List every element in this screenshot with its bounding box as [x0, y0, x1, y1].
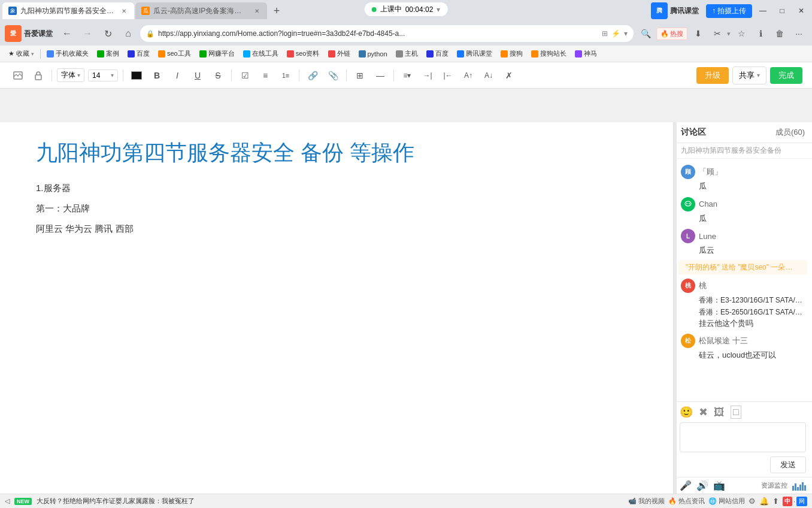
attachment-button[interactable]: 📎: [325, 67, 341, 84]
bookmark-sogou[interactable]: 搜狗: [497, 48, 526, 59]
align-button[interactable]: ≡▾: [399, 67, 416, 84]
hot-search-badge[interactable]: 🔥 热搜: [656, 28, 687, 40]
bookmark-baidu1[interactable]: 百度: [124, 48, 153, 59]
mic-icon[interactable]: 🎤: [680, 480, 692, 491]
divider-button[interactable]: —: [372, 67, 389, 84]
bookmark-waichain[interactable]: 外链: [325, 48, 354, 59]
chat-avatar-3: L: [681, 229, 695, 243]
clock: ·: [793, 498, 795, 505]
maximize-button[interactable]: □: [774, 2, 790, 19]
superscript-button[interactable]: A↑: [460, 67, 477, 84]
forward-button[interactable]: →: [79, 25, 96, 42]
seo-data-icon: [287, 50, 294, 58]
minimize-button[interactable]: —: [755, 2, 771, 19]
tab-1[interactable]: 象 九阳神功第四节服务器安全 备份 白 ✕: [2, 2, 134, 19]
chat-msg-2-header: Chan: [681, 197, 805, 211]
bookmark-wanzhuan[interactable]: 网赚平台: [196, 48, 238, 59]
color-picker[interactable]: [128, 67, 145, 84]
indent-right-button[interactable]: →|: [419, 67, 436, 84]
bookmark-online-tools[interactable]: 在线工具: [240, 48, 282, 59]
bookmark-shenma[interactable]: 神马: [571, 48, 601, 59]
chat-content-2: 瓜: [699, 213, 805, 225]
news-text[interactable]: 大反转？拒绝给网约车作证婴儿家属露脸：我被冤枉了: [37, 497, 195, 506]
toolbar-sep-6: [393, 69, 394, 81]
download-icon[interactable]: ⬇: [690, 25, 707, 42]
upload-button[interactable]: ↑ 拍摄上传: [706, 4, 752, 18]
bookmark-star[interactable]: ☆: [733, 25, 750, 42]
note-lock-icon[interactable]: [30, 67, 47, 84]
bookmark-star-item[interactable]: ★ 收藏 ▾: [5, 48, 38, 59]
address-bolt-icon: ⚡: [611, 29, 620, 38]
bold-button[interactable]: B: [149, 67, 165, 84]
complete-button[interactable]: 完成: [770, 67, 802, 84]
bookmark-seo-data[interactable]: seo资料: [283, 48, 323, 59]
bookmark-sogou-zm[interactable]: 搜狗站长: [528, 48, 570, 59]
more-format-button[interactable]: ✗: [501, 67, 517, 84]
chat-messages: 顾 「顾」 瓜 Chan 瓜 L: [674, 159, 812, 401]
bookmark-baidu2[interactable]: 百度: [423, 48, 452, 59]
tab-1-close[interactable]: ✕: [120, 6, 128, 16]
discussion-panel: 讨论区 成员(60) 九阳神功第四节服务器安全备份 顾 「顾」 瓜: [673, 122, 812, 494]
italic-button[interactable]: I: [169, 67, 186, 84]
ordered-list-button[interactable]: 1≡: [277, 67, 294, 84]
unordered-list-button[interactable]: ≡: [257, 67, 274, 84]
more-button[interactable]: ···: [790, 25, 807, 42]
address-bar[interactable]: 🔒 https://app.yinxiang.com/Home.action?l…: [140, 25, 634, 42]
chat-input[interactable]: [680, 422, 806, 452]
emoji-square[interactable]: □: [731, 406, 741, 419]
bookmark-case[interactable]: 案例: [93, 48, 123, 59]
emoji-image[interactable]: 🖼: [714, 406, 725, 419]
hot-news-icon: 🔥: [668, 497, 677, 505]
bookmark-python[interactable]: python: [355, 49, 391, 59]
emoji-row: 🙂 ✖ 🖼 □: [680, 406, 806, 419]
website-credit-item[interactable]: 🌐 网站信用: [708, 497, 745, 506]
delete-button[interactable]: 🗑: [771, 25, 788, 42]
live-indicator[interactable]: 上课中 00:04:02 ▾: [365, 2, 448, 16]
tab-2[interactable]: 瓜 瓜云-高防高速IP免备案海外服务… ✕: [135, 2, 267, 19]
indent-left-button[interactable]: |←: [440, 67, 456, 84]
tab-2-close[interactable]: ✕: [253, 6, 261, 16]
video-item[interactable]: 📹 我的视频: [628, 497, 665, 506]
app-name: 吾爱课堂: [24, 29, 53, 39]
address-text: https://app.yinxiang.com/Home.action?log…: [158, 29, 598, 38]
hot-news-item[interactable]: 🔥 热点资讯: [668, 497, 705, 506]
checkbox-button[interactable]: ☑: [237, 67, 253, 84]
emoji-x[interactable]: ✖: [699, 406, 708, 419]
system-icon-2[interactable]: 🔔: [759, 497, 769, 506]
system-icon-3[interactable]: ⬆: [772, 497, 779, 506]
back-button[interactable]: ←: [59, 25, 75, 42]
note-image-icon[interactable]: [10, 67, 26, 84]
strikethrough-button[interactable]: S: [210, 67, 226, 84]
bookmark-mobile[interactable]: 手机收藏夹: [43, 48, 92, 59]
search-button[interactable]: 🔍: [637, 25, 654, 42]
font-selector[interactable]: 字体 ▾: [57, 68, 84, 82]
new-tab-button[interactable]: +: [268, 2, 285, 19]
tray-right: 中 · 网: [783, 497, 807, 506]
close-button[interactable]: ✕: [793, 2, 810, 19]
panel-collapse-handle[interactable]: [674, 122, 677, 494]
link-button[interactable]: 🔗: [304, 67, 321, 84]
chart-bar-5: [802, 482, 804, 491]
subscript-button[interactable]: A↓: [480, 67, 497, 84]
bookmark-tencent[interactable]: 腾讯课堂: [453, 48, 496, 59]
info-button[interactable]: ℹ: [752, 25, 769, 42]
bookmark-host[interactable]: 主机: [392, 48, 422, 59]
upgrade-button[interactable]: 升级: [696, 67, 729, 84]
scissors-button[interactable]: ✂: [709, 25, 726, 42]
home-button[interactable]: ⌂: [120, 25, 137, 42]
screen-icon[interactable]: 📺: [713, 480, 725, 491]
chat-avatar-2: [681, 197, 695, 211]
refresh-button[interactable]: ↻: [99, 25, 116, 42]
underline-button[interactable]: U: [189, 67, 206, 84]
speaker-icon[interactable]: 🔊: [696, 480, 708, 491]
share-button[interactable]: 共享 ▾: [732, 66, 766, 84]
system-icon-1[interactable]: ⚙: [749, 497, 756, 506]
emoji-smile[interactable]: 🙂: [680, 406, 693, 419]
collect-chevron: ▾: [31, 51, 34, 57]
table-button[interactable]: ⊞: [352, 67, 368, 84]
send-button[interactable]: 发送: [770, 456, 806, 473]
size-chevron: ▾: [111, 72, 114, 78]
size-selector[interactable]: 14 ▾: [88, 69, 118, 81]
app-logo: 愛: [5, 25, 22, 42]
bookmark-seo-tools[interactable]: seo工具: [154, 48, 195, 59]
